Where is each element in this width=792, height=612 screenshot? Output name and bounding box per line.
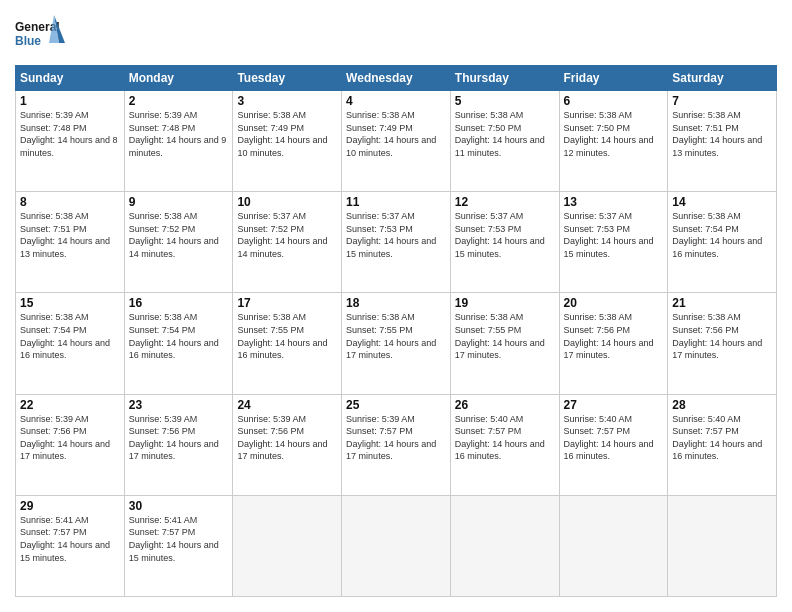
table-row: 13Sunrise: 5:37 AMSunset: 7:53 PMDayligh… — [559, 192, 668, 293]
svg-text:Blue: Blue — [15, 34, 41, 48]
table-row: 24Sunrise: 5:39 AMSunset: 7:56 PMDayligh… — [233, 394, 342, 495]
table-row — [668, 495, 777, 596]
table-row — [450, 495, 559, 596]
day-info: Sunrise: 5:39 AMSunset: 7:48 PMDaylight:… — [20, 109, 120, 159]
table-row: 27Sunrise: 5:40 AMSunset: 7:57 PMDayligh… — [559, 394, 668, 495]
day-number: 5 — [455, 94, 555, 108]
day-number: 20 — [564, 296, 664, 310]
table-row: 28Sunrise: 5:40 AMSunset: 7:57 PMDayligh… — [668, 394, 777, 495]
day-info: Sunrise: 5:38 AMSunset: 7:56 PMDaylight:… — [564, 311, 664, 361]
table-row: 9Sunrise: 5:38 AMSunset: 7:52 PMDaylight… — [124, 192, 233, 293]
day-number: 30 — [129, 499, 229, 513]
day-info: Sunrise: 5:37 AMSunset: 7:53 PMDaylight:… — [564, 210, 664, 260]
day-info: Sunrise: 5:39 AMSunset: 7:56 PMDaylight:… — [237, 413, 337, 463]
col-friday: Friday — [559, 66, 668, 91]
day-number: 28 — [672, 398, 772, 412]
col-tuesday: Tuesday — [233, 66, 342, 91]
logo: General Blue — [15, 15, 65, 57]
day-info: Sunrise: 5:38 AMSunset: 7:49 PMDaylight:… — [346, 109, 446, 159]
table-row: 29Sunrise: 5:41 AMSunset: 7:57 PMDayligh… — [16, 495, 125, 596]
day-info: Sunrise: 5:37 AMSunset: 7:53 PMDaylight:… — [455, 210, 555, 260]
table-row: 11Sunrise: 5:37 AMSunset: 7:53 PMDayligh… — [342, 192, 451, 293]
day-number: 19 — [455, 296, 555, 310]
day-number: 8 — [20, 195, 120, 209]
day-info: Sunrise: 5:41 AMSunset: 7:57 PMDaylight:… — [129, 514, 229, 564]
day-number: 12 — [455, 195, 555, 209]
table-row: 5Sunrise: 5:38 AMSunset: 7:50 PMDaylight… — [450, 91, 559, 192]
day-number: 1 — [20, 94, 120, 108]
day-info: Sunrise: 5:40 AMSunset: 7:57 PMDaylight:… — [672, 413, 772, 463]
table-row: 18Sunrise: 5:38 AMSunset: 7:55 PMDayligh… — [342, 293, 451, 394]
col-saturday: Saturday — [668, 66, 777, 91]
day-number: 16 — [129, 296, 229, 310]
day-info: Sunrise: 5:41 AMSunset: 7:57 PMDaylight:… — [20, 514, 120, 564]
day-number: 29 — [20, 499, 120, 513]
table-row: 6Sunrise: 5:38 AMSunset: 7:50 PMDaylight… — [559, 91, 668, 192]
day-number: 18 — [346, 296, 446, 310]
table-row: 19Sunrise: 5:38 AMSunset: 7:55 PMDayligh… — [450, 293, 559, 394]
table-row: 2Sunrise: 5:39 AMSunset: 7:48 PMDaylight… — [124, 91, 233, 192]
day-info: Sunrise: 5:38 AMSunset: 7:55 PMDaylight:… — [455, 311, 555, 361]
day-info: Sunrise: 5:38 AMSunset: 7:51 PMDaylight:… — [672, 109, 772, 159]
day-number: 23 — [129, 398, 229, 412]
table-row: 17Sunrise: 5:38 AMSunset: 7:55 PMDayligh… — [233, 293, 342, 394]
day-number: 9 — [129, 195, 229, 209]
table-row: 14Sunrise: 5:38 AMSunset: 7:54 PMDayligh… — [668, 192, 777, 293]
day-info: Sunrise: 5:38 AMSunset: 7:54 PMDaylight:… — [20, 311, 120, 361]
table-row: 21Sunrise: 5:38 AMSunset: 7:56 PMDayligh… — [668, 293, 777, 394]
table-row: 1Sunrise: 5:39 AMSunset: 7:48 PMDaylight… — [16, 91, 125, 192]
calendar-table: Sunday Monday Tuesday Wednesday Thursday… — [15, 65, 777, 597]
day-info: Sunrise: 5:40 AMSunset: 7:57 PMDaylight:… — [455, 413, 555, 463]
day-number: 6 — [564, 94, 664, 108]
day-info: Sunrise: 5:40 AMSunset: 7:57 PMDaylight:… — [564, 413, 664, 463]
table-row: 23Sunrise: 5:39 AMSunset: 7:56 PMDayligh… — [124, 394, 233, 495]
day-info: Sunrise: 5:38 AMSunset: 7:52 PMDaylight:… — [129, 210, 229, 260]
day-number: 21 — [672, 296, 772, 310]
day-info: Sunrise: 5:39 AMSunset: 7:56 PMDaylight:… — [129, 413, 229, 463]
header: General Blue — [15, 15, 777, 57]
day-info: Sunrise: 5:38 AMSunset: 7:50 PMDaylight:… — [564, 109, 664, 159]
day-info: Sunrise: 5:38 AMSunset: 7:55 PMDaylight:… — [237, 311, 337, 361]
table-row: 8Sunrise: 5:38 AMSunset: 7:51 PMDaylight… — [16, 192, 125, 293]
table-row: 3Sunrise: 5:38 AMSunset: 7:49 PMDaylight… — [233, 91, 342, 192]
day-info: Sunrise: 5:37 AMSunset: 7:52 PMDaylight:… — [237, 210, 337, 260]
day-number: 3 — [237, 94, 337, 108]
col-wednesday: Wednesday — [342, 66, 451, 91]
day-number: 2 — [129, 94, 229, 108]
day-info: Sunrise: 5:38 AMSunset: 7:54 PMDaylight:… — [672, 210, 772, 260]
day-number: 27 — [564, 398, 664, 412]
table-row: 4Sunrise: 5:38 AMSunset: 7:49 PMDaylight… — [342, 91, 451, 192]
day-info: Sunrise: 5:37 AMSunset: 7:53 PMDaylight:… — [346, 210, 446, 260]
table-row: 7Sunrise: 5:38 AMSunset: 7:51 PMDaylight… — [668, 91, 777, 192]
day-info: Sunrise: 5:39 AMSunset: 7:57 PMDaylight:… — [346, 413, 446, 463]
logo-svg: General Blue — [15, 15, 65, 57]
day-number: 17 — [237, 296, 337, 310]
table-row: 10Sunrise: 5:37 AMSunset: 7:52 PMDayligh… — [233, 192, 342, 293]
table-row: 12Sunrise: 5:37 AMSunset: 7:53 PMDayligh… — [450, 192, 559, 293]
day-number: 15 — [20, 296, 120, 310]
day-number: 4 — [346, 94, 446, 108]
day-number: 10 — [237, 195, 337, 209]
day-info: Sunrise: 5:38 AMSunset: 7:49 PMDaylight:… — [237, 109, 337, 159]
day-info: Sunrise: 5:38 AMSunset: 7:51 PMDaylight:… — [20, 210, 120, 260]
col-thursday: Thursday — [450, 66, 559, 91]
day-info: Sunrise: 5:38 AMSunset: 7:54 PMDaylight:… — [129, 311, 229, 361]
day-number: 25 — [346, 398, 446, 412]
table-row: 16Sunrise: 5:38 AMSunset: 7:54 PMDayligh… — [124, 293, 233, 394]
table-row: 25Sunrise: 5:39 AMSunset: 7:57 PMDayligh… — [342, 394, 451, 495]
day-number: 14 — [672, 195, 772, 209]
table-row: 30Sunrise: 5:41 AMSunset: 7:57 PMDayligh… — [124, 495, 233, 596]
table-row — [233, 495, 342, 596]
day-number: 13 — [564, 195, 664, 209]
table-row — [559, 495, 668, 596]
day-info: Sunrise: 5:39 AMSunset: 7:56 PMDaylight:… — [20, 413, 120, 463]
day-info: Sunrise: 5:39 AMSunset: 7:48 PMDaylight:… — [129, 109, 229, 159]
day-info: Sunrise: 5:38 AMSunset: 7:56 PMDaylight:… — [672, 311, 772, 361]
day-number: 24 — [237, 398, 337, 412]
day-info: Sunrise: 5:38 AMSunset: 7:50 PMDaylight:… — [455, 109, 555, 159]
table-row — [342, 495, 451, 596]
day-number: 26 — [455, 398, 555, 412]
col-monday: Monday — [124, 66, 233, 91]
table-row: 22Sunrise: 5:39 AMSunset: 7:56 PMDayligh… — [16, 394, 125, 495]
page: General Blue Sunday Monday Tuesday Wedne… — [0, 0, 792, 612]
